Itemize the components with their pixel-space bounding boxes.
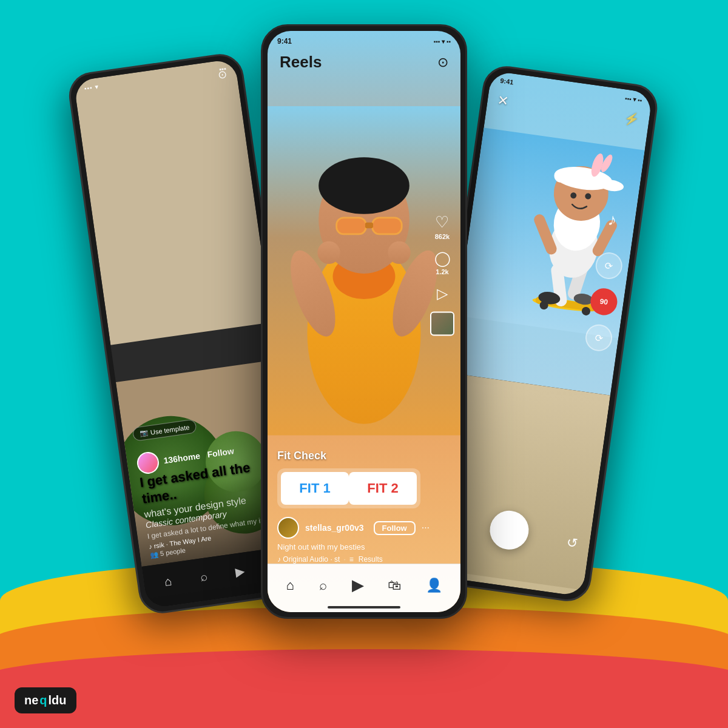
reels-title: Reels (280, 53, 322, 72)
center-camera-icon[interactable]: ⊙ (437, 55, 448, 70)
left-nav-home[interactable]: ⌂ (164, 574, 173, 588)
center-bottom-overlay: Fit Check FIT 1 FIT 2 stellas_gr00v3 Fol… (268, 440, 430, 564)
phones-container: ▪▪▪ ▾ ▪▪▪ ⊙ 📷 Use template 136home Follo… (0, 12, 728, 728)
fit-buttons-container: FIT 1 FIT 2 (277, 468, 420, 508)
use-template-label: Use template (150, 423, 190, 436)
right-action-icon-1: ⟳ (604, 260, 614, 272)
right-action-icon-3: ⟳ (594, 331, 604, 344)
center-bottom-nav: ⌂ ⌕ ▶ 🛍 👤 (268, 564, 460, 612)
results-icon: ≡ (349, 555, 354, 564)
center-nav-home[interactable]: ⌂ (286, 578, 294, 593)
like-action[interactable]: ♡ 862k (435, 213, 450, 240)
svg-rect-7 (365, 223, 373, 228)
svg-point-12 (317, 241, 340, 264)
center-avatar[interactable] (277, 517, 299, 539)
skater-figure (504, 125, 650, 322)
center-time: 9:41 (277, 37, 292, 46)
logo-badge: ne q ldu (15, 687, 76, 713)
logo-q: q (39, 693, 47, 707)
logo-ldu: ldu (49, 693, 67, 707)
svg-point-4 (318, 157, 410, 214)
results-text: Results (359, 555, 383, 564)
logo-ne: ne (24, 693, 38, 707)
left-follow-button[interactable]: Follow (207, 446, 235, 459)
center-nav-profile[interactable]: 👤 (426, 578, 442, 593)
center-audio-row: ♪ Original Audio · st · ≡ Results (277, 555, 420, 564)
comment-action[interactable]: ◯ 1.2k (434, 250, 451, 275)
center-follow-button[interactable]: Follow (374, 521, 416, 535)
svg-rect-8 (337, 218, 365, 233)
center-nav-shop[interactable]: 🛍 (388, 578, 401, 593)
center-status-bar: 9:41 ▪▪▪ ▾ ▪▪ (277, 37, 451, 46)
center-nav-reels[interactable]: ▶ (352, 577, 363, 594)
right-close-icon[interactable]: ✕ (496, 92, 509, 109)
center-battery: ▪▪▪ ▾ ▪▪ (434, 38, 451, 45)
center-caption: Night out with my besties (277, 542, 420, 551)
right-rotate-icon[interactable]: ↺ (565, 534, 578, 551)
share-action[interactable]: ▷ (437, 285, 448, 302)
fit-1-button[interactable]: FIT 1 (281, 472, 349, 505)
phone-center: 9:41 ▪▪▪ ▾ ▪▪ Reels ⊙ ♡ 862k ◯ 1.2k ▷ (261, 24, 467, 619)
fit-2-button[interactable]: FIT 2 (349, 472, 417, 505)
center-results[interactable]: ≡ Results (349, 555, 383, 564)
left-avatar[interactable] (136, 451, 161, 476)
right-flash-icon[interactable]: ⚡ (623, 110, 640, 128)
center-username: stellas_gr00v3 (305, 523, 364, 533)
center-more-options[interactable]: ··· (422, 522, 430, 533)
right-action-2[interactable]: 90 (589, 287, 619, 317)
left-username: 136home (163, 451, 201, 465)
left-nav-search[interactable]: ⌕ (199, 569, 208, 584)
like-icon: ♡ (435, 213, 449, 232)
center-audio-text: ♪ Original Audio · st (277, 555, 340, 564)
small-thumbnail[interactable] (430, 312, 454, 336)
phone-center-screen: 9:41 ▪▪▪ ▾ ▪▪ Reels ⊙ ♡ 862k ◯ 1.2k ▷ (268, 31, 460, 612)
comment-icon: ◯ (434, 250, 451, 267)
right-action-3[interactable]: ⟳ (584, 323, 614, 353)
use-template-badge[interactable]: 📷 Use template (132, 419, 197, 442)
center-profile-row: stellas_gr00v3 Follow ··· (277, 517, 420, 539)
svg-point-13 (388, 241, 410, 264)
right-action-1[interactable]: ⟳ (594, 251, 624, 281)
svg-rect-9 (373, 218, 401, 233)
right-badge-text: 90 (599, 297, 608, 306)
share-icon: ▷ (437, 285, 448, 302)
like-count: 862k (435, 233, 450, 240)
left-nav-reels[interactable]: ▶ (235, 564, 246, 579)
home-indicator (328, 606, 400, 608)
fit-check-label: Fit Check (277, 450, 420, 462)
center-reels-header: Reels ⊙ (268, 53, 460, 72)
comment-count: 1.2k (436, 268, 448, 275)
left-camera-icon[interactable]: ⊙ (217, 67, 228, 82)
right-side-actions: ♡ 862k ◯ 1.2k ▷ (430, 213, 454, 431)
center-nav-search[interactable]: ⌕ (319, 578, 327, 593)
